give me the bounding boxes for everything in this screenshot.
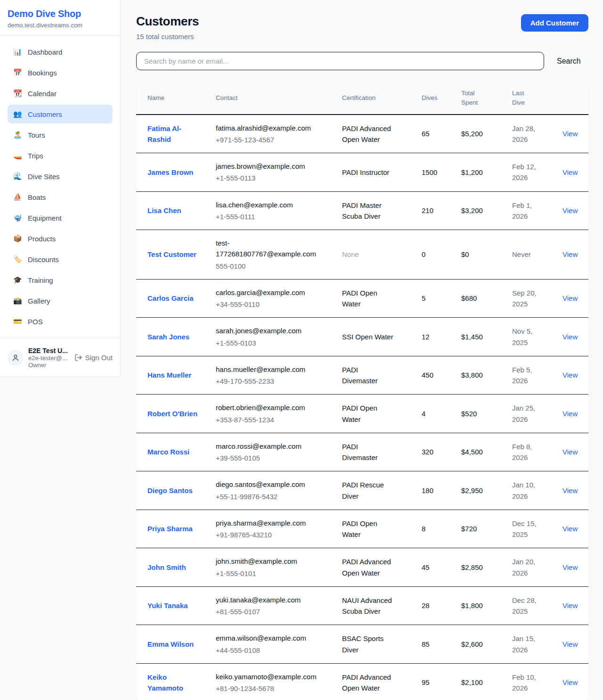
column-header-actions (551, 82, 588, 115)
customer-view-link[interactable]: View (562, 410, 578, 418)
customer-last-dive: Feb 12, 2026 (501, 153, 551, 192)
sidebar-item-equipment[interactable]: 🤿 Equipment (8, 208, 113, 227)
sidebar-header: Demo Dive Shop demo.test.divestreams.com (0, 0, 120, 36)
customer-email: john.smith@example.com (216, 556, 318, 567)
customer-email: james.brown@example.com (216, 161, 318, 172)
customer-row: Robert O'Brien robert.obrien@example.com… (136, 395, 588, 433)
sidebar-item-pos[interactable]: 💳 POS (8, 312, 113, 331)
customer-name-link[interactable]: Keiko Yamamoto (147, 673, 183, 692)
diving-mask-icon: 🤿 (13, 214, 22, 222)
customer-view-link[interactable]: View (562, 640, 578, 648)
customer-certification: PADI Advanced Open Water (342, 558, 391, 576)
search-row: Search (136, 52, 588, 70)
customer-last-dive: Jan 15, 2026 (501, 625, 551, 664)
sign-out-button[interactable]: Sign Out (74, 354, 113, 362)
customer-view-link[interactable]: View (562, 448, 578, 456)
customer-name-link[interactable]: Priya Sharma (147, 525, 193, 533)
customer-name-link[interactable]: John Smith (147, 563, 186, 571)
customer-view-link[interactable]: View (562, 168, 578, 176)
customer-view-link[interactable]: View (562, 525, 578, 533)
sidebar-item-dive-sites[interactable]: 🌊 Dive Sites (8, 167, 113, 186)
page-header: Customers 15 total customers Add Custome… (136, 14, 588, 41)
customer-email: diego.santos@example.com (216, 479, 318, 490)
nav-label: Tours (28, 131, 45, 139)
customer-phone: +81-90-1234-5678 (216, 683, 318, 694)
sidebar-item-gallery[interactable]: 📸 Gallery (8, 291, 113, 310)
column-header-last-dive: Last Dive (501, 82, 551, 115)
sign-out-label: Sign Out (85, 354, 113, 362)
customer-view-link[interactable]: View (562, 563, 578, 571)
customer-name-link[interactable]: Fatima Al-Rashid (147, 124, 181, 143)
customer-email: priya.sharma@example.com (216, 518, 318, 528)
customer-name-link[interactable]: James Brown (147, 168, 194, 176)
package-icon: 📦 (13, 234, 22, 243)
customer-view-link[interactable]: View (562, 333, 578, 341)
customer-name-link[interactable]: Carlos Garcia (147, 294, 194, 302)
customer-view-link[interactable]: View (562, 486, 578, 494)
customer-name-link[interactable]: Lisa Chen (147, 206, 181, 214)
nav-label: Discounts (28, 255, 59, 264)
customer-row: Keiko Yamamoto keiko.yamamoto@example.co… (136, 663, 588, 700)
customer-total-spent: $520 (450, 395, 501, 433)
sidebar-item-training[interactable]: 🎓 Training (8, 271, 113, 289)
add-customer-button[interactable]: Add Customer (521, 14, 588, 32)
customer-total-spent: $2,950 (450, 471, 501, 510)
search-button[interactable]: Search (557, 57, 581, 66)
user-name: E2E Test U... (28, 347, 70, 354)
bar-chart-icon: 📊 (13, 48, 22, 56)
sidebar-nav: 📊 Dashboard 📅 Bookings 📆 Calendar 👥 Cust… (0, 36, 120, 339)
sidebar-item-customers[interactable]: 👥 Customers (8, 105, 113, 124)
search-input[interactable] (136, 52, 544, 70)
customer-dives: 180 (410, 471, 450, 510)
customer-name-link[interactable]: Sarah Jones (147, 333, 189, 341)
customer-view-link[interactable]: View (562, 206, 578, 214)
customer-certification: NAUI Advanced Scuba Diver (342, 596, 392, 615)
sidebar-item-calendar[interactable]: 📆 Calendar (8, 84, 113, 103)
customer-name-link[interactable]: Hans Mueller (147, 371, 191, 379)
sidebar-item-tours[interactable]: 🏝️ Tours (8, 125, 113, 144)
customer-phone: +39-555-0105 (216, 453, 318, 463)
customer-last-dive: Never (501, 230, 551, 280)
customer-view-link[interactable]: View (562, 250, 578, 258)
customer-name-link[interactable]: Yuki Tanaka (147, 601, 188, 609)
main-content: Customers 15 total customers Add Custome… (121, 0, 603, 700)
wave-icon: 🌊 (13, 172, 22, 181)
customer-view-link[interactable]: View (562, 294, 578, 302)
nav-label: Equipment (28, 214, 62, 222)
customer-email: test-1772681807767@example.com (216, 238, 318, 260)
customer-name-link[interactable]: Diego Santos (147, 486, 193, 494)
customer-name-link[interactable]: Marco Rossi (147, 448, 189, 456)
user-email: e2e-tester@... (28, 354, 70, 362)
customer-view-link[interactable]: View (562, 678, 578, 686)
customer-total-spent: $1,200 (450, 153, 501, 192)
sidebar-item-discounts[interactable]: 🏷️ Discounts (8, 250, 113, 269)
sidebar-item-bookings[interactable]: 📅 Bookings (8, 63, 113, 82)
customer-name-link[interactable]: Test Customer (147, 250, 196, 258)
customer-email: fatima.alrashid@example.com (216, 123, 318, 133)
nav-label: Dive Sites (28, 173, 60, 181)
customer-phone: +91-98765-43210 (216, 529, 318, 540)
column-header-certification: Certification (331, 82, 410, 115)
customer-name-link[interactable]: Emma Wilson (147, 640, 194, 648)
nav-label: Customers (28, 110, 62, 118)
customer-last-dive: Feb 1, 2026 (501, 191, 551, 230)
sidebar-item-trips[interactable]: 🚤 Trips (8, 146, 113, 165)
sailboat-icon: ⛵ (13, 193, 22, 201)
customer-dives: 320 (410, 433, 450, 471)
customer-view-link[interactable]: View (562, 601, 578, 609)
nav-label: Bookings (28, 69, 57, 77)
customer-row: Priya Sharma priya.sharma@example.com +9… (136, 510, 588, 548)
customer-row: Hans Mueller hans.mueller@example.com +4… (136, 356, 588, 395)
customer-view-link[interactable]: View (562, 130, 578, 138)
customer-last-dive: Feb 5, 2026 (501, 356, 551, 395)
customer-name-link[interactable]: Robert O'Brien (147, 410, 197, 418)
calendar-date-icon: 📅 (13, 68, 22, 77)
column-header-contact: Contact (204, 82, 331, 115)
customer-last-dive: Jan 25, 2026 (501, 395, 551, 433)
sidebar-item-boats[interactable]: ⛵ Boats (8, 188, 113, 206)
customer-view-link[interactable]: View (562, 371, 578, 379)
customer-dives: 12 (410, 318, 450, 356)
sidebar-item-dashboard[interactable]: 📊 Dashboard (8, 42, 113, 61)
sidebar-item-products[interactable]: 📦 Products (8, 229, 113, 248)
page-title: Customers (136, 14, 199, 29)
